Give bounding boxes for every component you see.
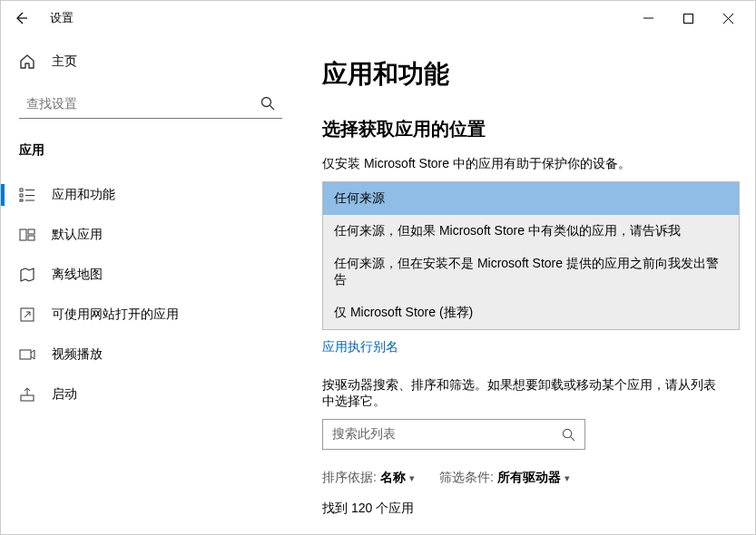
filter-label: 筛选条件:	[439, 470, 494, 484]
svg-rect-4	[20, 199, 23, 201]
app-search-box[interactable]: 搜索此列表	[322, 419, 585, 450]
window-title: 设置	[50, 10, 74, 26]
map-icon	[19, 267, 35, 283]
nav-label: 可使用网站打开的应用	[52, 306, 179, 323]
svg-rect-10	[21, 395, 34, 401]
nav-apps-features[interactable]: 应用和功能	[1, 175, 300, 215]
nav-label: 启动	[52, 386, 77, 403]
maximize-icon	[683, 14, 693, 24]
open-app-icon	[19, 306, 35, 323]
search-icon	[260, 96, 275, 111]
minimize-button[interactable]	[628, 5, 668, 32]
section-description: 仅安装 Microsoft Store 中的应用有助于保护你的设备。	[322, 156, 728, 172]
page-heading: 应用和功能	[322, 57, 728, 92]
chevron-down-icon: ▾	[565, 472, 570, 484]
video-icon	[19, 346, 35, 363]
app-search-placeholder: 搜索此列表	[332, 426, 562, 443]
search-input[interactable]	[26, 96, 253, 111]
dropdown-list: 任何来源 任何来源，但如果 Microsoft Store 中有类似的应用，请告…	[322, 181, 740, 330]
close-icon	[723, 14, 733, 24]
filter-control[interactable]: 所有驱动器▾	[497, 470, 570, 484]
home-label: 主页	[52, 54, 77, 70]
dropdown-option[interactable]: 任何来源，但在安装不是 Microsoft Store 提供的应用之前向我发出警…	[323, 248, 739, 297]
section-subheading: 选择获取应用的位置	[322, 117, 728, 141]
svg-rect-0	[683, 14, 692, 23]
nav-label: 默认应用	[52, 227, 103, 243]
sort-control[interactable]: 名称▾	[380, 470, 415, 484]
startup-icon	[19, 386, 35, 403]
titlebar: 设置	[1, 1, 755, 35]
home-button[interactable]: 主页	[1, 44, 300, 79]
nav-label: 视频播放	[52, 346, 103, 363]
nav-startup[interactable]: 启动	[1, 374, 300, 414]
nav-video-playback[interactable]: 视频播放	[1, 335, 300, 374]
maximize-button[interactable]	[668, 5, 708, 32]
svg-rect-6	[28, 229, 34, 234]
default-apps-icon	[19, 227, 35, 243]
back-button[interactable]	[8, 5, 34, 31]
section-header: 应用	[1, 135, 300, 175]
nav-offline-maps[interactable]: 离线地图	[1, 255, 300, 295]
home-icon	[19, 54, 35, 70]
nav-default-apps[interactable]: 默认应用	[1, 215, 300, 255]
dropdown-option[interactable]: 仅 Microsoft Store (推荐)	[323, 297, 739, 329]
chevron-down-icon: ▾	[409, 472, 415, 484]
nav-website-apps[interactable]: 可使用网站打开的应用	[1, 295, 300, 335]
svg-point-1	[262, 97, 271, 106]
sort-label: 排序依据:	[322, 470, 377, 484]
main-panel: 应用和功能 选择获取应用的位置 仅安装 Microsoft Store 中的应用…	[300, 35, 755, 534]
svg-rect-9	[20, 350, 31, 359]
app-list-description: 按驱动器搜索、排序和筛选。如果想要卸载或移动某个应用，请从列表中选择它。	[322, 377, 728, 410]
minimize-icon	[643, 14, 653, 24]
svg-rect-7	[28, 236, 34, 240]
dropdown-option[interactable]: 任何来源	[323, 182, 739, 215]
close-button[interactable]	[708, 5, 748, 32]
app-count: 找到 120 个应用	[322, 501, 728, 517]
filter-row: 排序依据: 名称▾ 筛选条件: 所有驱动器▾	[322, 470, 728, 486]
svg-rect-2	[20, 189, 23, 191]
dropdown-option[interactable]: 任何来源，但如果 Microsoft Store 中有类似的应用，请告诉我	[323, 215, 739, 248]
sidebar: 主页 应用 应用和功能 默认应用 离线地图 可使用网站打开的应用 视频播放	[1, 35, 300, 534]
nav-label: 应用和功能	[52, 187, 115, 203]
svg-point-11	[563, 429, 571, 437]
search-icon	[562, 428, 575, 442]
list-icon	[19, 187, 35, 203]
search-box[interactable]	[19, 88, 282, 119]
app-alias-link[interactable]: 应用执行别名	[322, 339, 398, 355]
window-controls	[628, 5, 748, 32]
nav-label: 离线地图	[52, 267, 103, 283]
arrow-left-icon	[14, 11, 28, 25]
svg-rect-5	[20, 229, 26, 240]
svg-rect-3	[20, 194, 23, 197]
